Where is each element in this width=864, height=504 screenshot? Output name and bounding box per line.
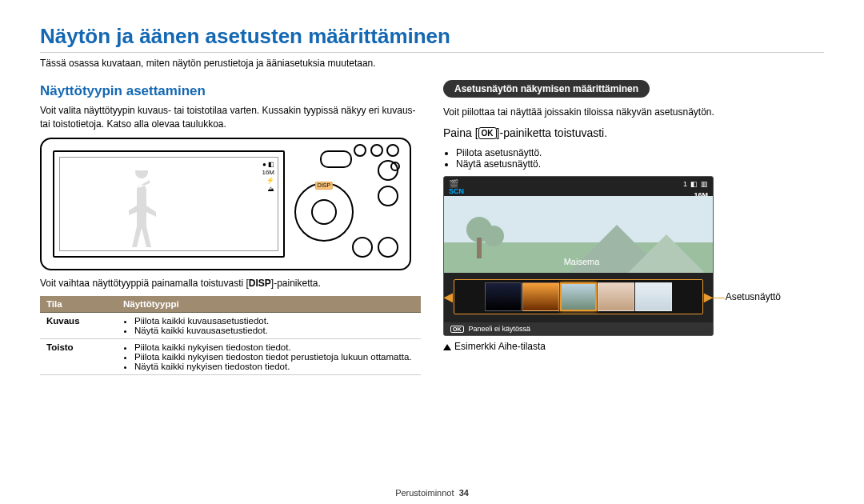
camera-dpad-center — [311, 199, 337, 225]
callout-line — [710, 298, 725, 298]
settings-thumbnail-strip — [454, 279, 703, 314]
list-item: Piilota kaikki kuvausasetustiedot. — [134, 316, 414, 326]
camera-side-buttons — [378, 160, 398, 206]
callout-settings-screen: Asetusnäyttö — [726, 291, 781, 302]
disp-key-label: DISP — [249, 277, 271, 290]
list-item: Näytä kaikki nykyisen tiedoston tiedot. — [134, 362, 414, 371]
settings-display-pill: Asetusnäytön näkymisen määrittäminen — [443, 80, 650, 98]
list-item: Piilota kaikki nykyisen tiedoston tiedot… — [134, 342, 414, 352]
row-mode-toisto: Toisto — [46, 342, 74, 352]
scn-mode-icon: 🎬SCN — [449, 180, 464, 195]
lcd-top-status: 1◧▥ — [683, 180, 708, 188]
page-footer: Perustoiminnot 34 — [0, 488, 864, 498]
list-item: Piilota asetusnäyttö. — [456, 147, 824, 158]
camera-mode-button — [320, 150, 352, 168]
tree-icon — [466, 215, 506, 258]
lcd-bottom-bar: OK Paneeli ei käytössä — [444, 322, 713, 335]
table-row: Kuvaus Piilota kaikki kuvausasetustiedot… — [40, 313, 421, 339]
right-column: Asetusnäytön näkymisen määrittäminen Voi… — [443, 80, 824, 375]
list-item: Näytä kaikki kuvausasetustiedot. — [134, 326, 414, 335]
example-screen: 🎬SCN 1◧▥ 16M Maisema ◀ — [443, 176, 714, 336]
table-head-mode: Tila — [40, 296, 117, 313]
scene-thumb-portrait — [598, 282, 634, 311]
intro-text: Tässä osassa kuvataan, miten näytön peru… — [40, 58, 824, 69]
scene-thumb-snow — [635, 282, 672, 311]
display-type-table: Tila Näyttötyyppi Kuvaus Piilota kaikki … — [40, 296, 421, 375]
scene-name-label: Maisema — [447, 257, 714, 266]
example-footnote: Esimerkki Aihe-tilasta — [443, 341, 824, 352]
settings-bullets: Piilota asetusnäyttö. Näytä asetusnäyttö… — [443, 147, 824, 170]
scene-thumb-landscape-selected — [560, 282, 597, 311]
camera-bottom-buttons — [352, 237, 398, 258]
page-title: Näytön ja äänen asetusten määrittäminen — [40, 24, 824, 53]
list-item: Näytä asetusnäyttö. — [456, 158, 824, 170]
triangle-up-icon — [443, 344, 451, 350]
list-item: Piilota kaikki nykyisen tiedoston tiedot… — [134, 352, 414, 362]
disp-button-highlight: DISP — [315, 182, 333, 190]
svg-point-1 — [483, 226, 504, 246]
display-type-description: Voit valita näyttötyypin kuvaus- tai toi… — [40, 104, 421, 131]
camera-dpad: DISP — [294, 182, 354, 242]
press-ok-instruction: Paina [OK]-painiketta toistuvasti. — [443, 126, 824, 142]
content-columns: Näyttötyypin asettaminen Voit valita näy… — [40, 80, 824, 375]
strip-arrow-left-icon: ◀ — [444, 290, 453, 303]
strip-arrow-right-icon: ▶ — [704, 290, 713, 303]
section-heading-display-type: Näyttötyypin asettaminen — [40, 83, 421, 99]
camera-diagram: ● ◧16M⚡⛰ DISP — [40, 138, 411, 270]
ok-indicator-icon: OK — [450, 326, 464, 333]
row-mode-kuvaus: Kuvaus — [46, 316, 80, 326]
settings-display-description: Voit piilottaa tai näyttää joissakin til… — [443, 106, 824, 119]
left-column: Näyttötyypin asettaminen Voit valita näy… — [40, 80, 421, 375]
person-silhouette-icon — [118, 170, 166, 250]
example-screen-wrapper: 🎬SCN 1◧▥ 16M Maisema ◀ — [443, 176, 771, 336]
footer-page-number: 34 — [459, 488, 469, 498]
table-row: Toisto Piilota kaikki nykyisen tiedoston… — [40, 339, 421, 375]
scene-thumb-sunset — [522, 282, 559, 311]
table-head-type: Näyttötyyppi — [117, 296, 421, 313]
footer-section: Perustoiminnot — [395, 488, 454, 498]
svg-rect-2 — [477, 238, 482, 258]
camera-screen: ● ◧16M⚡⛰ — [53, 150, 285, 258]
mountain-icon — [628, 234, 705, 273]
scene-thumb-night — [485, 282, 522, 311]
camera-top-buttons — [354, 144, 400, 155]
camera-screen-status-icons: ● ◧16M⚡⛰ — [262, 161, 274, 194]
lcd-bottom-text: Paneeli ei käytössä — [469, 325, 531, 333]
ok-key-label: OK — [478, 127, 497, 139]
disp-button-caption: Voit vaihtaa näyttötyyppiä painamalla to… — [40, 277, 421, 290]
